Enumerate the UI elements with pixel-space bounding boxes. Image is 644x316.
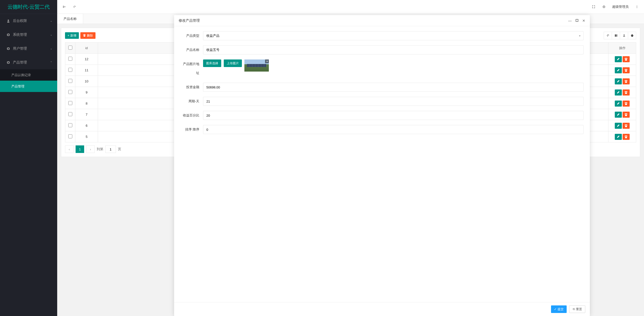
- minimize-icon[interactable]: —: [568, 19, 572, 23]
- button-label: 上传图片: [227, 61, 239, 66]
- main-area: 超级管理员 产品名称 + 新增 删除: [57, 0, 644, 316]
- sidebar-item-label: 用户管理: [13, 42, 27, 55]
- sidebar-item-purchase-record[interactable]: 产品认购记录: [0, 69, 57, 81]
- sidebar-submenu-product: 产品认购记录 产品管理: [0, 69, 57, 92]
- sidebar-item-backend-auth[interactable]: 后台权限 ⌄: [0, 14, 57, 28]
- check-icon: ✓: [554, 307, 557, 311]
- button-label: 重置: [576, 307, 582, 311]
- modal-body: 产品类型 产品名称 产品图片地址: [174, 26, 590, 302]
- modal-title: 修改产品管理: [179, 18, 200, 23]
- percent-input[interactable]: [203, 111, 584, 120]
- reset-button[interactable]: ⟲ 重置: [569, 305, 585, 313]
- gear-icon: [6, 33, 10, 37]
- field-label-name: 产品名称: [180, 45, 203, 54]
- sidebar-item-product-manage[interactable]: 产品管理: [0, 81, 57, 92]
- sidebar-item-label: 产品管理: [13, 55, 27, 69]
- field-label-sort: 排序 降序: [180, 125, 203, 134]
- edit-product-modal: 修改产品管理 — ✕ 产品类型 产品名称: [174, 15, 590, 316]
- sidebar-item-user-mgmt[interactable]: 用户管理 ⌄: [0, 42, 57, 55]
- gear-icon: [6, 60, 10, 65]
- button-label: 提交: [558, 307, 564, 311]
- delete-image-icon[interactable]: ✕: [265, 59, 269, 63]
- chevron-down-icon: ⌄: [50, 28, 52, 42]
- invest-amount-input[interactable]: [203, 83, 584, 92]
- sidebar-item-label: 后台权限: [13, 14, 27, 28]
- sidebar-item-label: 产品认购记录: [11, 69, 31, 81]
- user-icon: [6, 19, 10, 23]
- field-label-percent: 收益百分比: [180, 111, 203, 120]
- upload-image-button[interactable]: 上传图片: [224, 59, 242, 67]
- image-thumbnail: ✕: [244, 59, 269, 72]
- sidebar: 云德时代-云贸二代 后台权限 ⌄ 系统管理 ⌄ 用户管理 ⌄ 产品管理 ⌃: [0, 0, 57, 316]
- modal-overlay: 修改产品管理 — ✕ 产品类型 产品名称: [57, 0, 644, 316]
- field-label-period: 周期-天: [180, 97, 203, 106]
- gallery-select-button[interactable]: 图库选择: [203, 59, 221, 67]
- modal-footer: ✓ 提交 ⟲ 重置: [174, 302, 590, 316]
- chevron-down-icon: ⌄: [50, 42, 52, 55]
- period-input[interactable]: [203, 97, 584, 106]
- chevron-up-icon: ⌃: [50, 55, 52, 69]
- field-label-type: 产品类型: [180, 31, 203, 40]
- submit-button[interactable]: ✓ 提交: [551, 305, 567, 313]
- sidebar-item-label: 产品管理: [11, 81, 24, 92]
- sort-input[interactable]: [203, 125, 584, 134]
- product-type-select[interactable]: [203, 31, 584, 40]
- sidebar-item-product-mgmt[interactable]: 产品管理 ⌃: [0, 55, 57, 69]
- sidebar-menu: 后台权限 ⌄ 系统管理 ⌄ 用户管理 ⌄ 产品管理 ⌃ 产品认购记录: [0, 14, 57, 316]
- button-label: 图库选择: [206, 61, 218, 66]
- field-label-amount: 投资金额: [180, 83, 203, 92]
- field-label-image: 产品图片地址: [180, 59, 203, 78]
- close-icon[interactable]: ✕: [582, 19, 585, 23]
- sidebar-item-system[interactable]: 系统管理 ⌄: [0, 28, 57, 42]
- modal-header: 修改产品管理 — ✕: [174, 15, 590, 26]
- sidebar-item-label: 系统管理: [13, 28, 27, 42]
- product-name-input[interactable]: [203, 45, 584, 54]
- chevron-down-icon: ⌄: [50, 14, 52, 28]
- gear-icon: [6, 47, 10, 51]
- refresh-icon: ⟲: [572, 307, 575, 311]
- maximize-icon[interactable]: [575, 19, 579, 23]
- app-logo: 云德时代-云贸二代: [0, 0, 57, 14]
